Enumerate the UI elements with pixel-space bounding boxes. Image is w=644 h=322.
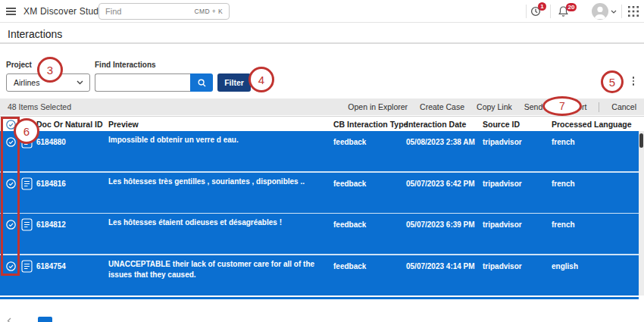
document-icon[interactable] [21, 260, 33, 273]
global-search-shortcut: CMD + K [194, 8, 223, 15]
global-search-input[interactable]: Find CMD + K [98, 3, 230, 20]
select-chevron-down-icon [77, 80, 83, 85]
cell-preview: UNACCEPTABLE their lack of customer care… [108, 259, 330, 280]
find-interactions-label: Find Interactions [95, 61, 156, 69]
column-header-doc-id[interactable]: Doc Or Natural ID [36, 120, 103, 129]
project-label: Project [6, 61, 32, 69]
cell-source: tripadvisor [483, 220, 522, 229]
select-all-check-circle-icon[interactable] [6, 120, 16, 130]
row-check-circle-icon[interactable] [6, 137, 16, 147]
more-options-kebab-icon[interactable] [630, 75, 637, 87]
cell-doc-id: 6184816 [36, 180, 66, 188]
column-header-date[interactable]: Interaction Date [406, 120, 466, 129]
cell-language: french [552, 180, 575, 188]
document-icon[interactable] [21, 177, 33, 190]
open-in-explorer-action[interactable]: Open in Explorer [348, 102, 408, 111]
history-badge: 1 [538, 2, 546, 11]
pagination-page-button[interactable] [38, 317, 52, 322]
cell-preview: Les hôtesses très gentilles , souriantes… [108, 177, 330, 187]
cell-type: feedback [333, 180, 366, 188]
column-header-language[interactable]: Processed Language [552, 120, 632, 129]
actions-divider [599, 102, 599, 112]
cell-date: 05/07/2023 6:39 PM [406, 220, 475, 229]
title-divider [0, 42, 644, 44]
table-row[interactable]: 6184816 Les hôtesses très gentilles , so… [0, 173, 639, 213]
table-scrollbar-thumb[interactable] [639, 133, 643, 148]
row-check-circle-icon[interactable] [6, 220, 16, 230]
document-icon[interactable] [21, 218, 33, 231]
project-select[interactable]: Airlines [6, 73, 90, 92]
app-grid-waffle-icon[interactable] [628, 6, 639, 17]
app-brand-title: XM Discover Studio [23, 0, 106, 23]
bulk-actions-bar: 48 Items Selected Open in Explorer Creat… [0, 98, 644, 115]
row-check-circle-icon[interactable] [6, 179, 16, 189]
cell-date: 05/07/2023 4:14 PM [406, 262, 475, 270]
cell-doc-id: 6184754 [36, 262, 66, 270]
global-search-placeholder: Find [105, 7, 121, 16]
cell-source: tripadvisor [483, 262, 522, 270]
avatar-chevron-down-icon[interactable] [611, 10, 617, 14]
table-row[interactable]: 6184812 Les hôtesses étaient odieuses et… [0, 214, 639, 254]
cell-language: english [552, 262, 578, 270]
find-interactions-search-button[interactable] [190, 73, 213, 92]
column-header-preview[interactable]: Preview [108, 120, 139, 129]
filter-button[interactable]: Filter [217, 73, 251, 92]
topbar-divider [621, 5, 622, 18]
send-to-action[interactable]: Send to [524, 102, 552, 111]
annotation-number-4: 4 [258, 73, 264, 86]
cell-date: 05/07/2023 6:42 PM [406, 180, 475, 188]
notifications-badge: 20 [566, 3, 577, 11]
cell-type: feedback [333, 262, 366, 270]
project-select-value: Airlines [14, 78, 39, 87]
next-row-peek [0, 297, 639, 299]
column-header-type[interactable]: CB Interaction Type [333, 120, 408, 129]
find-interactions-group [95, 73, 213, 92]
cell-source: tripadvisor [483, 138, 522, 146]
table-row[interactable]: 6184754 UNACCEPTABLE their lack of custo… [0, 255, 639, 295]
row-check-circle-icon[interactable] [6, 261, 16, 271]
page-title: Interactions [8, 28, 62, 40]
annotation-number-5: 5 [609, 76, 615, 89]
cell-date: 05/08/2023 2:38 AM [406, 138, 475, 146]
items-selected-count: 48 Items Selected [8, 102, 71, 111]
cell-source: tripadvisor [483, 180, 522, 188]
annotation-circle-5: 5 [601, 70, 624, 93]
cell-doc-id: 6184880 [36, 138, 66, 146]
column-header-source[interactable]: Source ID [483, 120, 520, 129]
create-case-action[interactable]: Create Case [420, 102, 464, 111]
pagination-prev-icon[interactable] [6, 317, 13, 322]
bulk-actions: Open in Explorer Create Case Copy Link S… [348, 102, 636, 112]
table-row[interactable]: 6184880 Impossible d obtenir un verre d … [0, 131, 639, 171]
annotation-circle-4: 4 [249, 67, 274, 92]
interactions-table-body: 6184880 Impossible d obtenir un verre d … [0, 131, 639, 295]
cell-language: french [552, 138, 575, 146]
cell-type: feedback [333, 138, 366, 146]
cancel-action[interactable]: Cancel [611, 102, 636, 111]
top-bar: XM Discover Studio Find CMD + K 1 20 [0, 0, 644, 23]
xm-discover-studio-app: XM Discover Studio Find CMD + K 1 20 [0, 0, 644, 322]
document-icon[interactable] [21, 136, 33, 148]
cell-doc-id: 6184812 [36, 220, 66, 229]
cell-preview: Impossible d obtenir un verre d eau. [108, 135, 330, 145]
topbar-divider [550, 5, 551, 18]
topbar-divider [526, 5, 527, 18]
hamburger-menu-icon[interactable] [6, 8, 16, 15]
table-header: Doc Or Natural ID Preview CB Interaction… [0, 116, 644, 131]
cell-type: feedback [333, 220, 366, 229]
table-scrollbar[interactable] [639, 131, 644, 295]
user-avatar[interactable] [592, 3, 608, 20]
cell-preview: Les hôtesses étaient odieuses et désagré… [108, 217, 330, 228]
copy-link-action[interactable]: Copy Link [477, 102, 512, 111]
search-icon [198, 79, 206, 87]
find-interactions-input[interactable] [95, 73, 190, 92]
cell-language: french [552, 220, 575, 229]
export-action[interactable]: Export [564, 102, 586, 111]
